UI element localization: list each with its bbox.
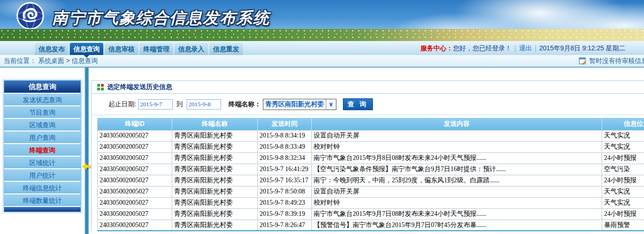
table-cell-r8-c1: 青秀区南阳新光村委: [172, 220, 258, 231]
nav-tab-5[interactable]: 信息重发: [209, 43, 243, 55]
table-cell-r6-c0: 240305002005027: [98, 197, 172, 208]
table-row: 240305002005027青秀区南阳新光村委2015-9-8 8:32:34…: [98, 152, 644, 164]
table-row: 240305002005027青秀区南阳新光村委2015-9-7 8:39:19…: [98, 208, 644, 220]
breadcrumb-item-1[interactable]: 信息查询: [72, 57, 98, 64]
application-window: 中国气象 南宁市气象综合信息发布系统 信息发布信息查询信息审核终端管理信息录入信…: [0, 0, 644, 234]
table-cell-r0-c4: 天气实况: [602, 130, 644, 141]
query-form: 起止日期: 到 终端名称： 青秀区南阳新光村委 ∨ 查 询: [92, 94, 644, 115]
sidebar-item-2[interactable]: 区域查询: [4, 118, 80, 131]
chevron-down-icon[interactable]: ∨: [326, 99, 336, 110]
cma-logo-icon: [15, 2, 46, 32]
table-cell-r5-c3: 设置自动开关屏: [312, 186, 602, 197]
table-col-header-3: 发送内容: [312, 118, 602, 130]
table-cell-r2-c0: 240305002005027: [98, 152, 172, 164]
page-body: 信息查询 发送状态查询节目查询区域查询用户查询终端查询区域统计用户统计终端信息统…: [0, 68, 644, 234]
table-col-header-4: 信息位置: [602, 118, 644, 130]
table-cell-r7-c1: 青秀区南阳新光村委: [172, 208, 258, 220]
table-cell-r0-c1: 青秀区南阳新光村委: [172, 130, 258, 141]
table-cell-r2-c4: 24小时预报: [602, 152, 644, 164]
terminal-select[interactable]: 青秀区南阳新光村委 ∨: [263, 99, 336, 110]
nav-tab-0[interactable]: 信息发布: [35, 43, 68, 55]
table-cell-r2-c3: 南宁市气象台2015年9月8日08时发布未来24小时天气预报......: [312, 152, 602, 164]
to-label: 到: [176, 100, 183, 109]
table-col-header-0: 终端ID: [98, 118, 172, 130]
sidebar-header: 信息查询: [4, 81, 80, 93]
table-cell-r8-c3: 【预警信号】南宁市气象台2015年9月7日07时45分发布暴......: [312, 220, 602, 231]
cma-logo: 中国气象: [10, 2, 50, 41]
table-cell-r0-c3: 设置自动开关屏: [312, 130, 602, 141]
table-cell-r0-c0: 240305002005027: [98, 130, 172, 141]
table-cell-r6-c4: 天气实况: [602, 197, 644, 208]
table-col-header-1: 终端名称: [172, 118, 258, 130]
sidebar-item-0[interactable]: 发送状态查询: [4, 93, 80, 105]
table-cell-r7-c2: 2015-9-7 8:39:19: [258, 208, 312, 220]
table-cell-r5-c0: 240305002005027: [98, 186, 172, 197]
sidebar-menu: 信息查询 发送状态查询节目查询区域查询用户查询终端查询区域统计用户统计终端信息统…: [4, 80, 81, 212]
grid-icon: [97, 84, 104, 90]
nav-tab-3[interactable]: 终端管理: [140, 43, 173, 55]
table-row: 240305002005027青秀区南阳新光村委2015-9-8 8:33:49…: [98, 141, 644, 152]
breadcrumb-prefix: 当前位置：: [4, 57, 36, 64]
table-cell-r3-c2: 2015-9-7 16:41:29: [258, 164, 312, 175]
logo-caption: 中国气象: [10, 34, 50, 41]
history-table: 终端ID终端名称发送时间发送内容信息位置 240305002005027青秀区南…: [97, 118, 644, 231]
table-cell-r1-c3: 校对时钟: [312, 141, 602, 152]
sidebar-item-4[interactable]: 终端查询: [4, 143, 80, 156]
query-button[interactable]: 查 询: [343, 98, 373, 110]
sidebar-splitter[interactable]: [85, 68, 89, 234]
table-cell-r8-c0: 240305002005027: [98, 220, 172, 231]
nav-tab-1[interactable]: 信息查询: [70, 43, 103, 55]
table-cell-r6-c2: 2015-9-7 8:49:23: [258, 197, 312, 208]
table-cell-r8-c4: 暴雨预警: [602, 220, 644, 231]
sidebar-item-5[interactable]: 区域统计: [4, 156, 80, 168]
date-range-label: 起止日期:: [108, 100, 136, 109]
table-cell-r5-c1: 青秀区南阳新光村委: [172, 186, 258, 197]
table-row: 240305002005027青秀区南阳新光村委2015-9-8 8:34:19…: [98, 130, 644, 141]
table-row: 240305002005027青秀区南阳新光村委2015-9-7 16:35:1…: [98, 175, 644, 186]
sidebar-item-7[interactable]: 终端信息统计: [4, 181, 80, 193]
table-row: 240305002005027青秀区南阳新光村委2015-9-7 8:50:08…: [98, 186, 644, 197]
date-from-input[interactable]: [138, 99, 173, 110]
table-cell-r1-c2: 2015-9-8 8:33:49: [258, 141, 312, 152]
nav-tabs: 信息发布信息查询信息审核终端管理信息录入信息重发: [35, 43, 243, 55]
app-title: 南宁市气象综合信息发布系统: [52, 7, 270, 29]
terminal-name-label: 终端名称：: [228, 100, 261, 109]
breadcrumb-item-0[interactable]: 系统桌面: [38, 57, 64, 64]
active-tab-pointer: [84, 55, 89, 58]
sidebar-item-1[interactable]: 节目查询: [4, 105, 80, 118]
table-row: 240305002005027青秀区南阳新光村委2015-9-7 8:26:47…: [98, 220, 644, 231]
table-cell-r4-c4: 24小时预报: [602, 175, 644, 186]
table-cell-r6-c3: 校对时钟: [312, 197, 602, 208]
user-status-bar: 服务中心：您好，您已经登录！|退出|2015年9月8日 9:12:25 星期二: [421, 44, 626, 53]
table-cell-r5-c2: 2015-9-7 8:50:08: [258, 186, 312, 197]
logout-link[interactable]: 退出: [519, 44, 532, 52]
table-cell-r3-c3: 【空气污染气象条件预报】南宁市气象台9月7日16时提供：预计......: [312, 164, 602, 175]
table-cell-r4-c1: 青秀区南阳新光村委: [172, 175, 258, 186]
table-header-row: 终端ID终端名称发送时间发送内容信息位置: [98, 118, 644, 130]
nav-tab-2[interactable]: 信息审核: [105, 43, 138, 55]
table-cell-r6-c1: 青秀区南阳新光村委: [172, 197, 258, 208]
table-cell-r0-c2: 2015-9-8 8:34:19: [258, 130, 312, 141]
sidebar-item-3[interactable]: 用户查询: [4, 131, 80, 143]
panel-header: 选定终端发送历史信息: [92, 81, 644, 94]
table-cell-r1-c4: 天气实况: [602, 141, 644, 152]
table-cell-r7-c3: 南宁市气象台2015年9月7日08时发布未来24小时天气预报......: [312, 208, 602, 220]
table-cell-r5-c4: 天气实况: [602, 186, 644, 197]
edit-document-icon: [579, 57, 587, 65]
table-row: 240305002005027青秀区南阳新光村委2015-9-7 16:41:2…: [98, 164, 644, 175]
date-to-input[interactable]: [187, 99, 221, 110]
pending-review-notice: 暂时没有待审核信息: [579, 55, 644, 67]
nav-tab-4[interactable]: 信息录入: [174, 43, 208, 55]
table-cell-r2-c1: 青秀区南阳新光村委: [172, 152, 258, 164]
table-cell-r1-c1: 青秀区南阳新光村委: [172, 141, 258, 152]
table-cell-r4-c0: 240305002005027: [98, 175, 172, 186]
service-center-label: 服务中心：: [421, 44, 453, 52]
table-cell-r4-c2: 2015-9-7 16:35:17: [258, 175, 312, 186]
sidebar-item-8[interactable]: 终端数量统计: [4, 193, 80, 206]
collapse-arrow-icon[interactable]: [82, 163, 87, 170]
sidebar-item-6[interactable]: 用户统计: [4, 168, 80, 181]
table-cell-r1-c0: 240305002005027: [98, 141, 172, 152]
table-row: 240305002005027青秀区南阳新光村委2015-9-7 8:49:23…: [98, 197, 644, 208]
table-cell-r3-c1: 青秀区南阳新光村委: [172, 164, 258, 175]
table-cell-r7-c0: 240305002005027: [98, 208, 172, 220]
